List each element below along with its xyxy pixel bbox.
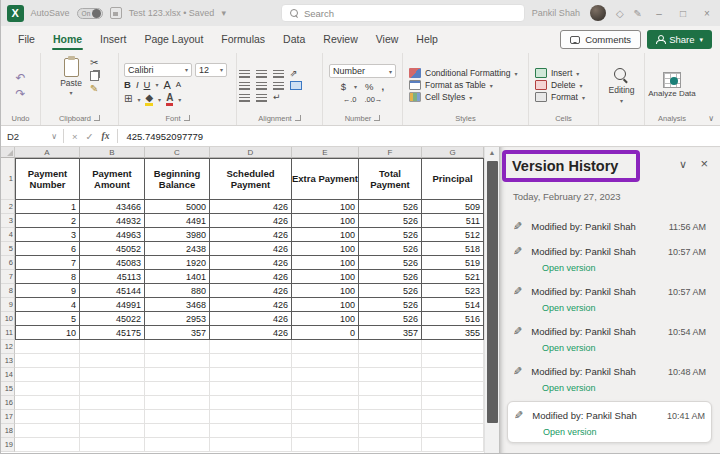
- cell-E9[interactable]: 100: [292, 298, 359, 312]
- tab-formulas[interactable]: Formulas: [212, 28, 274, 51]
- cell-B17[interactable]: [80, 410, 145, 424]
- cell-D18[interactable]: [210, 424, 292, 438]
- cell-F10[interactable]: 526: [359, 312, 422, 326]
- row-header-19[interactable]: 19: [1, 438, 15, 452]
- cell-B13[interactable]: [80, 354, 145, 368]
- cell-G7[interactable]: 521: [422, 270, 484, 284]
- tab-view[interactable]: View: [367, 28, 408, 51]
- column-header-B[interactable]: B: [80, 147, 145, 158]
- cell-F18[interactable]: [359, 424, 422, 438]
- cell-E11[interactable]: 0: [292, 326, 359, 340]
- row-header-6[interactable]: 6: [1, 256, 15, 270]
- cancel-icon[interactable]: ×: [72, 131, 78, 142]
- cell-C19[interactable]: [145, 438, 210, 452]
- underline-dropdown-icon[interactable]: ▾: [155, 81, 158, 88]
- row-header-13[interactable]: 13: [1, 354, 15, 368]
- tab-file[interactable]: File: [9, 28, 44, 51]
- editing-icon[interactable]: [614, 68, 629, 83]
- cell-C17[interactable]: [145, 410, 210, 424]
- cell-B15[interactable]: [80, 382, 145, 396]
- middle-align-icon[interactable]: [256, 70, 267, 78]
- cell-A16[interactable]: [15, 396, 80, 410]
- row-header-10[interactable]: 10: [1, 312, 15, 326]
- cell-F15[interactable]: [359, 382, 422, 396]
- row-header-14[interactable]: 14: [1, 368, 15, 382]
- tab-page-layout[interactable]: Page Layout: [135, 28, 212, 51]
- column-header-C[interactable]: C: [145, 147, 210, 158]
- cell-F1[interactable]: Total Payment: [359, 158, 422, 200]
- shrink-font-button[interactable]: A: [176, 80, 181, 89]
- cell-G2[interactable]: 509: [422, 200, 484, 214]
- version-entry-5[interactable]: ✎Modified by: Pankil Shah10:48 AMOpen ve…: [507, 358, 712, 398]
- enter-icon[interactable]: ✓: [86, 131, 94, 142]
- cell-B16[interactable]: [80, 396, 145, 410]
- analyze-data-button[interactable]: Analyze Data: [648, 89, 696, 98]
- name-box[interactable]: D2 ∨: [1, 131, 63, 142]
- alignment-launcher-icon[interactable]: [295, 115, 301, 121]
- cell-C16[interactable]: [145, 396, 210, 410]
- row-header-2[interactable]: 2: [1, 200, 15, 214]
- vertical-scrollbar[interactable]: ▲: [484, 147, 499, 454]
- cell-B3[interactable]: 44932: [80, 214, 145, 228]
- cell-C5[interactable]: 2438: [145, 242, 210, 256]
- cell-A8[interactable]: 9: [15, 284, 80, 298]
- tab-data[interactable]: Data: [274, 28, 314, 51]
- cell-F11[interactable]: 357: [359, 326, 422, 340]
- bold-button[interactable]: B: [124, 79, 131, 90]
- cell-A4[interactable]: 3: [15, 228, 80, 242]
- version-entry-4[interactable]: ✎Modified by: Pankil Shah10:54 AMOpen ve…: [507, 318, 712, 358]
- version-entry-2[interactable]: ✎Modified by: Pankil Shah10:57 AMOpen ve…: [507, 238, 712, 278]
- tab-home[interactable]: Home: [44, 28, 91, 51]
- cell-C11[interactable]: 357: [145, 326, 210, 340]
- cell-B2[interactable]: 43466: [80, 200, 145, 214]
- row-header-12[interactable]: 12: [1, 340, 15, 354]
- cell-C1[interactable]: Beginning Balance: [145, 158, 210, 200]
- clipboard-launcher-icon[interactable]: [94, 115, 100, 121]
- percent-format-icon[interactable]: %: [365, 81, 373, 92]
- cell-B14[interactable]: [80, 368, 145, 382]
- title-dropdown-icon[interactable]: ▾: [221, 8, 226, 18]
- cell-D5[interactable]: 426: [210, 242, 292, 256]
- cell-D7[interactable]: 426: [210, 270, 292, 284]
- search-input[interactable]: Search: [281, 4, 525, 22]
- cell-D12[interactable]: [210, 340, 292, 354]
- italic-button[interactable]: I: [136, 79, 139, 90]
- font-launcher-icon[interactable]: [184, 115, 190, 121]
- top-align-icon[interactable]: [239, 70, 250, 78]
- row-header-9[interactable]: 9: [1, 298, 15, 312]
- cell-F2[interactable]: 526: [359, 200, 422, 214]
- cell-F13[interactable]: [359, 354, 422, 368]
- cell-E7[interactable]: 100: [292, 270, 359, 284]
- format-cells-button[interactable]: Format▾: [535, 92, 585, 102]
- cell-E16[interactable]: [292, 396, 359, 410]
- open-version-link[interactable]: Open version: [542, 263, 706, 273]
- cell-G1[interactable]: Principal: [422, 158, 484, 200]
- number-format-select[interactable]: Number▾: [329, 64, 396, 78]
- cell-A13[interactable]: [15, 354, 80, 368]
- cell-C12[interactable]: [145, 340, 210, 354]
- cell-D14[interactable]: [210, 368, 292, 382]
- cell-A14[interactable]: [15, 368, 80, 382]
- cell-G10[interactable]: 516: [422, 312, 484, 326]
- cell-F3[interactable]: 526: [359, 214, 422, 228]
- cell-D19[interactable]: [210, 438, 292, 452]
- cell-B7[interactable]: 45113: [80, 270, 145, 284]
- cell-C4[interactable]: 3980: [145, 228, 210, 242]
- tab-review[interactable]: Review: [314, 28, 366, 51]
- row-header-4[interactable]: 4: [1, 228, 15, 242]
- font-color-icon[interactable]: A: [166, 93, 173, 106]
- cell-F16[interactable]: [359, 396, 422, 410]
- cell-C10[interactable]: 2953: [145, 312, 210, 326]
- cell-G15[interactable]: [422, 382, 484, 396]
- comments-button[interactable]: Comments: [560, 30, 641, 49]
- column-header-D[interactable]: D: [210, 147, 292, 158]
- column-header-G[interactable]: G: [422, 147, 484, 158]
- cell-E6[interactable]: 100: [292, 256, 359, 270]
- align-left-icon[interactable]: [239, 82, 250, 90]
- row-header-3[interactable]: 3: [1, 214, 15, 228]
- cell-G3[interactable]: 511: [422, 214, 484, 228]
- bottom-align-icon[interactable]: [273, 70, 284, 78]
- row-header-1[interactable]: 1: [1, 158, 15, 200]
- cell-B4[interactable]: 44963: [80, 228, 145, 242]
- row-header-5[interactable]: 5: [1, 242, 15, 256]
